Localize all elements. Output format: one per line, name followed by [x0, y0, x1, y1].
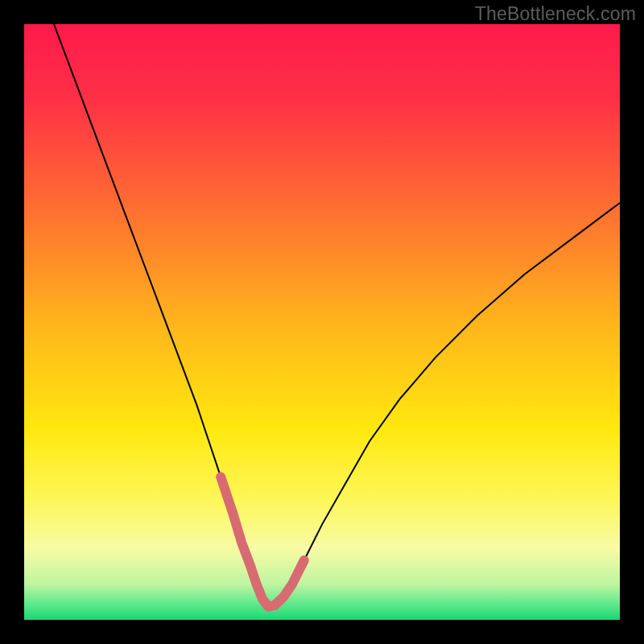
watermark-text: TheBottleneck.com [475, 3, 636, 25]
plot-area [24, 24, 620, 620]
outer-frame: TheBottleneck.com [0, 0, 644, 644]
gradient-background [24, 24, 620, 620]
bottleneck-chart [24, 24, 620, 620]
